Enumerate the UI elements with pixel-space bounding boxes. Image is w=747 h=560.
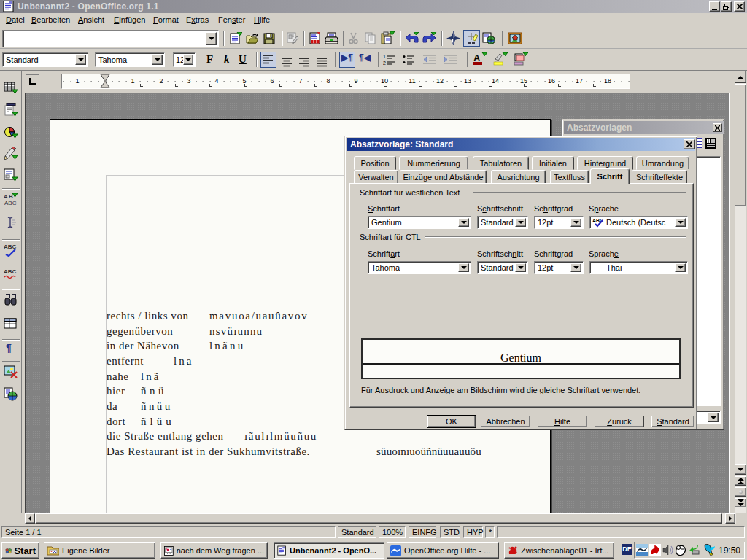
svg-text:2: 2	[383, 61, 386, 66]
svg-text:B: B	[9, 193, 13, 200]
svg-text:A: A	[4, 193, 8, 200]
svg-text:A: A	[473, 52, 481, 63]
svg-text:1: 1	[383, 54, 386, 59]
svg-text:ABC: ABC	[4, 200, 17, 206]
svg-text:ABC: ABC	[4, 268, 17, 275]
